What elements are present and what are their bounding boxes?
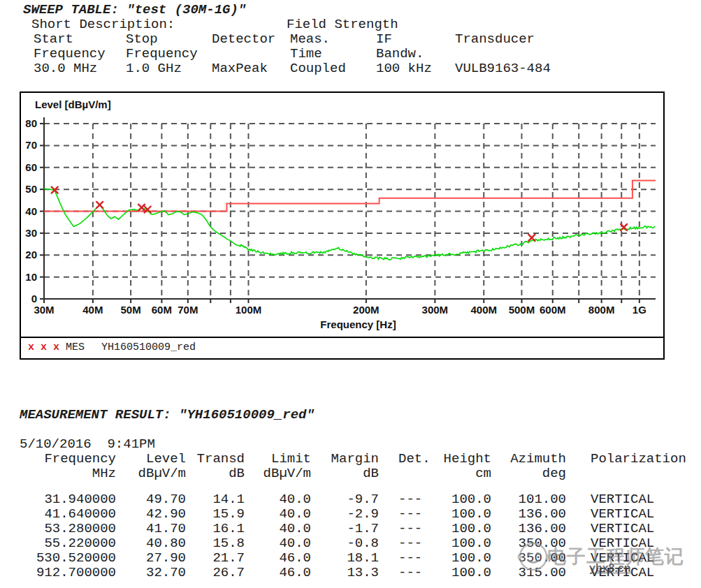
sweep-col-1-line-2: 1.0 GHz <box>126 61 182 76</box>
meas-row-2-cell-1: 41.70 <box>116 522 186 536</box>
meas-row-0-cell-8: VERTICAL <box>566 492 701 507</box>
meas-row-5-cell-1: 32.70 <box>116 566 186 580</box>
mes-marker-4 <box>528 235 535 241</box>
meas-unit-1: dBµV/m <box>116 466 186 481</box>
xlabel-30M: 30M <box>34 304 54 316</box>
meas-unit-6: cm <box>433 466 491 481</box>
sweep-col-4-line-0: IF <box>376 32 392 47</box>
meas-unit-0: MHz <box>20 466 116 481</box>
meas-row-2-cell-5: --- <box>379 522 433 536</box>
meas-row-1-cell-3: 40.0 <box>245 507 311 522</box>
meas-header-7: Azimuth <box>491 452 566 466</box>
meas-row-3-cell-1: 40.80 <box>116 536 186 551</box>
meas-unit-7: deg <box>491 466 566 481</box>
xlabel-600M: 600M <box>540 304 566 316</box>
legend-divider <box>21 337 663 338</box>
meas-row-3-cell-4: -0.8 <box>311 536 379 551</box>
sweep-col-1-line-0: Stop <box>126 32 158 47</box>
chart-plot-area: 0102030405060708030M40M50M60M70M100M200M… <box>21 93 660 337</box>
meas-header-8: Polarization <box>566 452 701 466</box>
meas-row-0-cell-4: -9.7 <box>311 492 379 507</box>
ylabel-40: 40 <box>25 205 37 217</box>
meas-row-3-cell-5: --- <box>379 536 433 551</box>
ylabel-30: 30 <box>25 227 37 239</box>
measurement-datetime: 5/10/2016 9:41PM <box>20 437 155 452</box>
meas-row-5-cell-2: 26.7 <box>186 566 245 580</box>
sweep-col-2-line-0: Detector <box>212 32 275 47</box>
meas-row-3-cell-0: 55.220000 <box>20 536 116 551</box>
meas-row-1-cell-7: 136.00 <box>491 507 566 522</box>
xlabel-40M: 40M <box>82 304 103 316</box>
meas-row-4-cell-1: 27.90 <box>116 551 186 566</box>
meas-row-2-cell-4: -1.7 <box>311 522 379 536</box>
meas-header-5: Det. <box>379 452 433 466</box>
legend-series-label: MES <box>59 341 85 353</box>
meas-row-0-cell-7: 101.00 <box>491 492 566 507</box>
meas-unit-5 <box>379 466 433 481</box>
xlabel-1G: 1G <box>633 304 646 316</box>
meas-row-2-cell-0: 53.280000 <box>20 522 116 536</box>
meas-row-1-cell-4: -2.9 <box>311 507 379 522</box>
meas-unit-2: dB <box>186 466 245 481</box>
meas-row-0-cell-2: 14.1 <box>186 492 245 507</box>
meas-row-4-cell-4: 18.1 <box>311 551 379 566</box>
meas-row-0-cell-0: 31.940000 <box>20 492 116 507</box>
measurement-result-title: MEASUREMENT RESULT: "YH160510009_red" <box>20 407 315 422</box>
chart-frequency-axis-title: Frequency [Hz] <box>320 318 396 330</box>
meas-header-spacer <box>20 481 701 492</box>
xlabel-800M: 800M <box>588 304 615 316</box>
meas-row-5-cell-0: 912.700000 <box>20 566 116 580</box>
meas-unit-3: dBµV/m <box>245 466 311 481</box>
legend-trace-label: YH160510009_red <box>101 341 196 353</box>
sweep-col-3-line-0: Meas. <box>290 32 330 47</box>
ylabel-80: 80 <box>25 117 37 129</box>
meas-row-1-cell-8: VERTICAL <box>566 507 701 522</box>
mes-marker-2 <box>138 205 145 211</box>
xlabel-500M: 500M <box>509 304 535 316</box>
mes-trace <box>44 189 656 260</box>
meas-row-1-cell-0: 41.640000 <box>20 507 116 522</box>
meas-header-4: Margin <box>311 452 379 466</box>
ylabel-50: 50 <box>25 183 37 195</box>
meas-unit-8 <box>566 466 701 481</box>
ylabel-70: 70 <box>25 139 37 151</box>
meas-row-1-cell-6: 100.0 <box>433 507 491 522</box>
sweep-col-1-line-1: Frequency <box>126 47 198 61</box>
xlabel-50M: 50M <box>121 304 141 316</box>
ylabel-60: 60 <box>25 161 37 173</box>
report-page: SWEEP TABLE: "test (30M-1G)" Short Descr… <box>0 0 701 588</box>
meas-row-3-cell-3: 40.0 <box>245 536 311 551</box>
meas-unit-4: dB <box>311 466 379 481</box>
meas-header-2: Transd <box>186 452 245 466</box>
meas-row-2-cell-2: 16.1 <box>186 522 245 536</box>
meas-row-5-cell-3: 46.0 <box>245 566 311 580</box>
meas-row-4-cell-5: --- <box>379 551 433 566</box>
legend-marker-glyphs: x x x <box>28 341 59 353</box>
meas-row-1-cell-5: --- <box>379 507 433 522</box>
sweep-col-3-line-1: Time <box>290 47 322 61</box>
meas-row-4-cell-3: 46.0 <box>245 551 311 566</box>
meas-row-3-cell-6: 100.0 <box>433 536 491 551</box>
meas-row-0-cell-1: 49.70 <box>116 492 186 507</box>
sweep-col-5-line-0: Transducer <box>455 32 535 47</box>
xlabel-400M: 400M <box>470 304 497 316</box>
xlabel-300M: 300M <box>422 304 449 316</box>
xlabel-200M: 200M <box>353 304 380 316</box>
sweep-col-0-line-1: Frequency <box>34 47 106 61</box>
meas-header-0: Frequency <box>20 452 116 466</box>
meas-row-4-cell-2: 21.7 <box>186 551 245 566</box>
meas-header-6: Height <box>433 452 491 466</box>
limit-line <box>44 181 656 212</box>
level-chart: Level [dBµV/m] 0102030405060708030M40M50… <box>20 91 665 360</box>
meas-row-5-cell-4: 13.3 <box>311 566 379 580</box>
ylabel-20: 20 <box>25 249 37 260</box>
meas-row-2-cell-3: 40.0 <box>245 522 311 536</box>
meas-row-0-cell-3: 40.0 <box>245 492 311 507</box>
meas-row-0-cell-5: --- <box>379 492 433 507</box>
meas-row-0-cell-6: 100.0 <box>433 492 491 507</box>
xlabel-100M: 100M <box>236 304 262 316</box>
sweep-col-3-line-2: Coupled <box>290 61 346 76</box>
meas-header-3: Limit <box>245 452 311 466</box>
meas-row-4-cell-6: 100.0 <box>433 551 491 566</box>
meas-row-5-cell-5: --- <box>379 566 433 580</box>
